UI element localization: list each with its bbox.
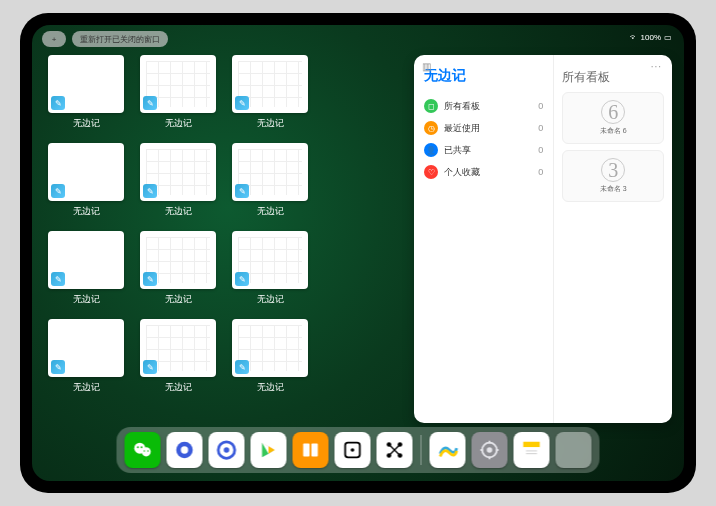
sidebar-item[interactable]: ♡个人收藏0 bbox=[424, 161, 543, 183]
reopen-label: 重新打开已关闭的窗口 bbox=[80, 34, 160, 45]
window-thumbnail[interactable]: 无边记 bbox=[228, 231, 312, 313]
thumb-preview bbox=[48, 143, 124, 201]
board-label: 未命名 6 bbox=[600, 126, 627, 136]
dock-separator bbox=[421, 435, 422, 465]
all-boards-title: 所有看板 bbox=[562, 69, 664, 86]
svg-point-13 bbox=[351, 448, 355, 452]
thumb-label: 无边记 bbox=[73, 117, 100, 130]
dock-app-books[interactable] bbox=[293, 432, 329, 468]
svg-point-7 bbox=[181, 446, 188, 453]
thumb-preview bbox=[140, 143, 216, 201]
sidebar-item[interactable]: 👤已共享0 bbox=[424, 139, 543, 161]
window-thumbnail[interactable]: 无边记 bbox=[228, 319, 312, 401]
thumb-label: 无边记 bbox=[257, 117, 284, 130]
thumb-preview bbox=[48, 319, 124, 377]
thumb-label: 无边记 bbox=[165, 117, 192, 130]
board-label: 未命名 3 bbox=[600, 184, 627, 194]
thumb-label: 无边记 bbox=[73, 293, 100, 306]
ipad-frame: ᯤ 100% ▭ + 重新打开已关闭的窗口 无边记无边记无边记无边记无边记无边记… bbox=[20, 13, 696, 493]
freeform-app-icon bbox=[143, 272, 157, 286]
screen: ᯤ 100% ▭ + 重新打开已关闭的窗口 无边记无边记无边记无边记无边记无边记… bbox=[32, 25, 684, 481]
panel-content: 所有看板 6未命名 63未命名 3 bbox=[553, 55, 672, 423]
thumb-preview bbox=[232, 231, 308, 289]
svg-point-1 bbox=[142, 447, 151, 456]
thumb-preview bbox=[140, 55, 216, 113]
dock-app-play[interactable] bbox=[251, 432, 287, 468]
freeform-panel[interactable]: ▥ ··· 无边记 ◻所有看板0◷最近使用0👤已共享0♡个人收藏0 所有看板 6… bbox=[414, 55, 672, 423]
window-thumbnail[interactable]: 无边记 bbox=[228, 55, 312, 137]
freeform-app-icon bbox=[235, 96, 249, 110]
window-thumbnail[interactable]: 无边记 bbox=[228, 143, 312, 225]
more-icon[interactable]: ··· bbox=[651, 61, 662, 72]
svg-point-9 bbox=[224, 447, 230, 453]
dock-app-share[interactable] bbox=[377, 432, 413, 468]
svg-rect-25 bbox=[523, 447, 540, 458]
window-thumbnail[interactable]: 无边记 bbox=[44, 143, 128, 225]
board-preview: 3 bbox=[601, 158, 625, 182]
dock-app-quark[interactable] bbox=[209, 432, 245, 468]
row-label: 个人收藏 bbox=[444, 166, 480, 179]
row-label: 最近使用 bbox=[444, 122, 480, 135]
row-icon: ◻ bbox=[424, 99, 438, 113]
dock-app-quark-hd[interactable] bbox=[167, 432, 203, 468]
svg-point-5 bbox=[147, 450, 148, 451]
freeform-app-icon bbox=[51, 272, 65, 286]
thumb-label: 无边记 bbox=[165, 205, 192, 218]
thumb-preview bbox=[48, 231, 124, 289]
svg-point-3 bbox=[141, 446, 143, 448]
window-thumbnail[interactable]: 无边记 bbox=[44, 55, 128, 137]
row-count: 0 bbox=[538, 123, 543, 133]
thumb-preview bbox=[48, 55, 124, 113]
dock-app-roll[interactable] bbox=[335, 432, 371, 468]
freeform-app-icon bbox=[235, 360, 249, 374]
svg-rect-10 bbox=[303, 444, 309, 457]
dock-app-settings[interactable] bbox=[472, 432, 508, 468]
thumb-label: 无边记 bbox=[73, 381, 100, 394]
thumb-label: 无边记 bbox=[165, 293, 192, 306]
panel-title: 无边记 bbox=[424, 67, 543, 85]
row-label: 已共享 bbox=[444, 144, 471, 157]
dock-app-notes[interactable] bbox=[514, 432, 550, 468]
thumb-preview bbox=[232, 143, 308, 201]
sidebar-item[interactable]: ◻所有看板0 bbox=[424, 95, 543, 117]
thumb-label: 无边记 bbox=[165, 381, 192, 394]
dock-app-wechat[interactable] bbox=[125, 432, 161, 468]
battery-text: 100% bbox=[641, 33, 661, 42]
freeform-app-icon bbox=[51, 184, 65, 198]
row-icon: ◷ bbox=[424, 121, 438, 135]
row-count: 0 bbox=[538, 101, 543, 111]
battery-icon: ▭ bbox=[664, 33, 672, 42]
reopen-closed-button[interactable]: 重新打开已关闭的窗口 bbox=[72, 31, 168, 47]
dock-recents-folder[interactable] bbox=[556, 432, 592, 468]
svg-rect-11 bbox=[311, 444, 317, 457]
window-thumbnail[interactable]: 无边记 bbox=[136, 143, 220, 225]
window-thumbnail[interactable]: 无边记 bbox=[44, 319, 128, 401]
board-card[interactable]: 6未命名 6 bbox=[562, 92, 664, 144]
window-thumbnail[interactable]: 无边记 bbox=[136, 231, 220, 313]
svg-point-4 bbox=[144, 450, 145, 451]
thumb-preview bbox=[140, 231, 216, 289]
svg-rect-24 bbox=[523, 442, 540, 448]
thumb-label: 无边记 bbox=[257, 381, 284, 394]
board-card[interactable]: 3未命名 3 bbox=[562, 150, 664, 202]
window-thumbnail[interactable]: 无边记 bbox=[44, 231, 128, 313]
freeform-app-icon bbox=[235, 184, 249, 198]
new-window-button[interactable]: + bbox=[42, 31, 66, 47]
thumb-label: 无边记 bbox=[257, 205, 284, 218]
wifi-icon: ᯤ bbox=[630, 33, 638, 42]
thumb-preview bbox=[140, 319, 216, 377]
freeform-app-icon bbox=[143, 184, 157, 198]
row-icon: 👤 bbox=[424, 143, 438, 157]
row-label: 所有看板 bbox=[444, 100, 480, 113]
thumb-preview bbox=[232, 55, 308, 113]
window-thumbnail[interactable]: 无边记 bbox=[136, 55, 220, 137]
thumb-label: 无边记 bbox=[257, 293, 284, 306]
sidebar-item[interactable]: ◷最近使用0 bbox=[424, 117, 543, 139]
svg-point-2 bbox=[137, 446, 139, 448]
dock-app-freeform[interactable] bbox=[430, 432, 466, 468]
freeform-app-icon bbox=[51, 360, 65, 374]
app-switcher-grid: 无边记无边记无边记无边记无边记无边记无边记无边记无边记无边记无边记无边记 bbox=[44, 55, 404, 423]
sidebar-icon[interactable]: ▥ bbox=[422, 61, 431, 72]
window-thumbnail[interactable]: 无边记 bbox=[136, 319, 220, 401]
freeform-app-icon bbox=[143, 96, 157, 110]
